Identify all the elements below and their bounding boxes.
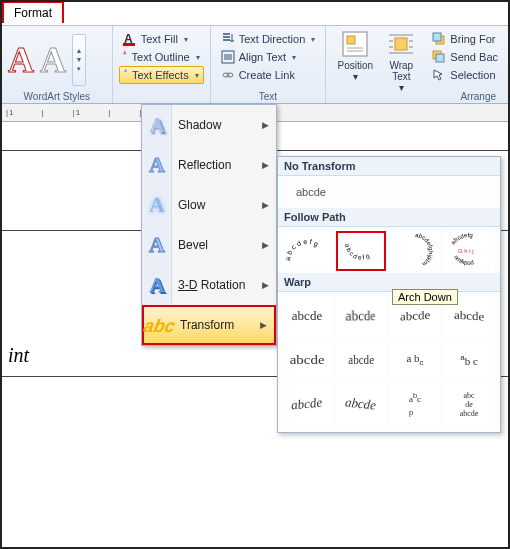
align-text-icon (221, 50, 235, 64)
bring-forward-label: Bring For (450, 33, 495, 45)
warp-thumb[interactable]: abcde (282, 296, 332, 336)
tab-format[interactable]: Format (2, 1, 64, 23)
svg-rect-13 (436, 54, 444, 62)
menu-bevel[interactable]: A Bevel ▶ (142, 225, 276, 265)
group-label-arrange: Arrange (326, 91, 508, 102)
transform-icon: abc (144, 312, 174, 338)
rotation-3d-icon: A (142, 272, 172, 298)
section-no-transform: No Transform (278, 157, 500, 176)
warp-thumb[interactable]: abcde (336, 340, 386, 380)
text-effects-button[interactable]: A Text Effects▾ (119, 66, 204, 84)
follow-path-circle[interactable]: abcdefghijklm (390, 231, 440, 271)
follow-path-button[interactable]: abcdefgG h i jnmlkpod (444, 231, 494, 271)
text-direction-icon (221, 32, 235, 46)
position-label: Position (332, 60, 378, 71)
follow-path-arch-up[interactable]: a b c d e f g (282, 231, 332, 271)
no-transform-thumb[interactable]: abcde (278, 176, 500, 208)
group-text: Text Direction▾ Align Text▾ Create Link … (211, 26, 327, 103)
chevron-right-icon: ▶ (262, 280, 276, 290)
selection-pane-icon (432, 68, 446, 82)
text-fill-icon: A (123, 32, 137, 46)
reflection-icon: A (142, 152, 172, 178)
svg-rect-8 (347, 36, 355, 44)
bring-forward-icon (432, 32, 446, 46)
send-backward-button[interactable]: Send Bac (428, 48, 502, 66)
text-effects-menu: A Shadow ▶ A Reflection ▶ A Glow ▶ A Bev… (141, 104, 277, 346)
svg-text:abcdefg: abcdefg (450, 232, 473, 245)
wrap-text-label: Wrap Text (378, 60, 424, 82)
text-effects-icon: A (124, 68, 128, 82)
svg-text:A: A (123, 50, 126, 55)
warp-thumb[interactable]: abcde (282, 384, 332, 424)
group-label-wordart: WordArt Styles (2, 91, 112, 102)
svg-rect-9 (395, 38, 407, 50)
text-outline-label: Text Outline (132, 51, 190, 63)
menu-transform[interactable]: abc Transform ▶ (142, 305, 276, 345)
chevron-right-icon: ▶ (262, 200, 276, 210)
warp-thumb[interactable]: abcde (282, 340, 332, 380)
follow-path-arch-down[interactable]: a b c d e f g (336, 231, 386, 271)
bring-forward-button[interactable]: Bring For (428, 30, 502, 48)
group-wordart-styles: A A ▲▼▾ WordArt Styles (2, 26, 113, 103)
menu-glow[interactable]: A Glow ▶ (142, 185, 276, 225)
svg-rect-1 (123, 43, 135, 46)
warp-thumb[interactable]: abcp (390, 384, 440, 424)
svg-text:nmlkpod: nmlkpod (453, 254, 474, 266)
position-icon (339, 30, 371, 58)
svg-rect-11 (433, 33, 441, 41)
menu-reflection[interactable]: A Reflection ▶ (142, 145, 276, 185)
chevron-right-icon: ▶ (262, 240, 276, 250)
send-backward-label: Send Bac (450, 51, 498, 63)
text-fill-button[interactable]: A Text Fill▾ (119, 30, 204, 48)
section-follow-path: Follow Path (278, 208, 500, 227)
ribbon: A A ▲▼▾ WordArt Styles A Text Fill▾ A Te… (2, 26, 508, 104)
bevel-icon: A (142, 232, 172, 258)
send-backward-icon (432, 50, 446, 64)
chevron-right-icon: ▶ (262, 120, 276, 130)
tab-bar: Format (2, 2, 508, 26)
svg-point-6 (227, 73, 233, 77)
create-link-icon (221, 68, 235, 82)
create-link-label: Create Link (239, 69, 295, 81)
svg-text:a b c d e f g: a b c d e f g (284, 238, 320, 261)
text-direction-label: Text Direction (239, 33, 306, 45)
wrap-text-icon (385, 30, 417, 58)
warp-thumb[interactable]: abcdeabcde (444, 384, 494, 424)
align-text-label: Align Text (239, 51, 287, 63)
tooltip-arch-down: Arch Down (392, 289, 458, 305)
wordart-style-sample-2[interactable]: A (40, 39, 66, 81)
svg-text:A: A (124, 69, 127, 73)
text-direction-button[interactable]: Text Direction▾ (217, 30, 320, 48)
svg-text:G h i j: G h i j (458, 248, 474, 254)
group-arrange: Position▾ Wrap Text▾ Bring For Send Bac … (326, 26, 508, 103)
menu-shadow[interactable]: A Shadow ▶ (142, 105, 276, 145)
group-text-format: A Text Fill▾ A Text Outline▾ A Text Effe… (113, 26, 211, 103)
section-warp: Warp (278, 273, 500, 292)
warp-thumb[interactable]: abcde (336, 384, 386, 424)
text-fragment: int (8, 344, 29, 367)
warp-thumb[interactable]: abcde (336, 296, 386, 336)
chevron-right-icon: ▶ (262, 160, 276, 170)
text-outline-icon: A (123, 50, 128, 64)
svg-text:a b c d e f g: a b c d e f g (344, 243, 371, 260)
warp-thumb[interactable]: a bc (390, 340, 440, 380)
selection-pane-button[interactable]: Selection (428, 66, 502, 84)
warp-thumb[interactable]: ab c (444, 340, 494, 380)
wrap-text-button[interactable]: Wrap Text▾ (378, 28, 424, 93)
text-fill-label: Text Fill (141, 33, 178, 45)
wordart-gallery-expand[interactable]: ▲▼▾ (72, 34, 86, 86)
chevron-right-icon: ▶ (260, 320, 274, 330)
transform-gallery: No Transform abcde Follow Path a b c d e… (277, 156, 501, 433)
svg-text:abcdefghijklm: abcdefghijklm (415, 232, 434, 267)
align-text-button[interactable]: Align Text▾ (217, 48, 320, 66)
create-link-button[interactable]: Create Link (217, 66, 320, 84)
wordart-style-sample-1[interactable]: A (8, 39, 34, 81)
text-effects-label: Text Effects (132, 69, 189, 81)
selection-pane-label: Selection (450, 69, 495, 81)
group-label-text: Text (211, 91, 326, 102)
shadow-icon: A (142, 112, 172, 138)
text-outline-button[interactable]: A Text Outline▾ (119, 48, 204, 66)
glow-icon: A (142, 192, 172, 218)
position-button[interactable]: Position▾ (332, 28, 378, 93)
menu-3d-rotation[interactable]: A 3-D 3-D RotationRotation ▶ (142, 265, 276, 305)
